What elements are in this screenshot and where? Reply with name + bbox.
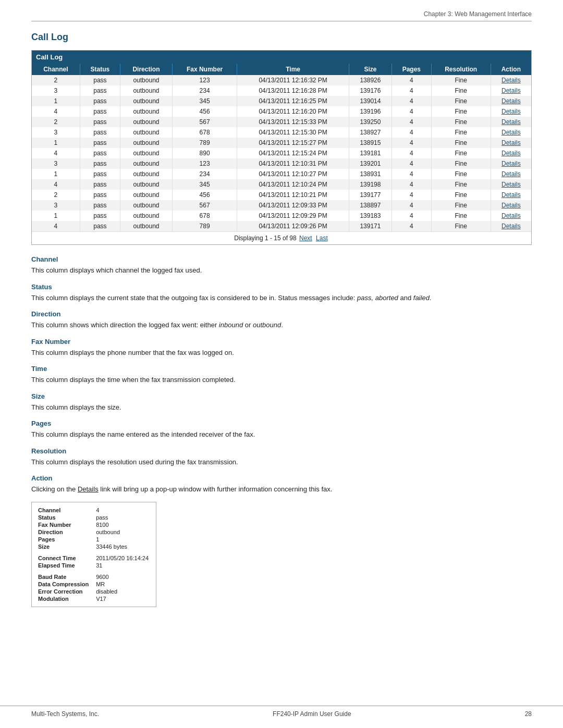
popup-row: Size33446 bytes	[36, 543, 152, 550]
cell-pages: 4	[392, 179, 432, 190]
cell-action[interactable]: Details	[491, 211, 531, 221]
cell-channel: 3	[32, 158, 80, 169]
calllog-box: Call Log Channel Status Direction Fax Nu…	[31, 50, 532, 245]
status-text-end: .	[430, 294, 432, 302]
details-link[interactable]: Details	[501, 77, 521, 84]
popup-label: Size	[36, 543, 94, 550]
cell-size: 139181	[349, 148, 391, 158]
last-link[interactable]: Last	[316, 235, 328, 242]
action-details-link[interactable]: Details	[78, 485, 99, 493]
cell-time: 04/13/2011 12:10:27 PM	[237, 169, 349, 179]
direction-title: Direction	[31, 310, 532, 318]
details-link[interactable]: Details	[501, 223, 521, 230]
cell-action[interactable]: Details	[491, 138, 531, 148]
details-link[interactable]: Details	[501, 129, 521, 136]
details-link[interactable]: Details	[501, 170, 521, 178]
direction-text-middle: or	[243, 321, 253, 329]
details-link[interactable]: Details	[501, 160, 521, 167]
cell-time: 04/13/2011 12:09:29 PM	[237, 211, 349, 221]
cell-size: 139201	[349, 158, 391, 169]
popup-value: 2011/05/20 16:14:24	[94, 554, 152, 562]
col-fax-number: Fax Number	[172, 64, 237, 75]
popup-row: Elapsed Time31	[36, 562, 152, 569]
cell-action[interactable]: Details	[491, 106, 531, 117]
status-description: Status This column displays the current …	[31, 283, 532, 303]
cell-status: pass	[80, 117, 120, 127]
popup-table: Channel4StatuspassFax Number8100Directio…	[36, 507, 152, 602]
cell-fax-number: 123	[172, 158, 237, 169]
cell-resolution: Fine	[431, 138, 491, 148]
next-link[interactable]: Next	[299, 235, 312, 242]
cell-action[interactable]: Details	[491, 75, 531, 85]
details-link[interactable]: Details	[501, 108, 521, 115]
popup-label: Modulation	[36, 595, 94, 602]
cell-size: 139176	[349, 85, 391, 96]
cell-time: 04/13/2011 12:16:32 PM	[237, 75, 349, 85]
size-description: Size This column displays the size.	[31, 392, 532, 413]
cell-direction: outbound	[120, 85, 173, 96]
table-row: 2passoutbound56704/13/2011 12:15:33 PM13…	[32, 117, 531, 127]
details-link[interactable]: Details	[501, 181, 521, 188]
cell-channel: 4	[32, 179, 80, 190]
cell-size: 138897	[349, 200, 391, 211]
page-wrapper: Chapter 3: Web Management Interface Call…	[0, 0, 563, 728]
cell-action[interactable]: Details	[491, 200, 531, 211]
popup-value: 8100	[94, 521, 152, 528]
cell-action[interactable]: Details	[491, 127, 531, 138]
popup-value: disabled	[94, 588, 152, 595]
cell-action[interactable]: Details	[491, 190, 531, 200]
cell-fax-number: 345	[172, 96, 237, 106]
status-text-after: and	[398, 294, 413, 302]
details-link[interactable]: Details	[501, 191, 521, 199]
cell-direction: outbound	[120, 148, 173, 158]
cell-action[interactable]: Details	[491, 221, 531, 231]
table-row: 2passoutbound45604/13/2011 12:10:21 PM13…	[32, 190, 531, 200]
cell-channel: 4	[32, 106, 80, 117]
details-link[interactable]: Details	[501, 150, 521, 157]
cell-resolution: Fine	[431, 127, 491, 138]
direction-text-before: This column shows which direction the lo…	[31, 321, 219, 329]
cell-channel: 1	[32, 96, 80, 106]
cell-time: 04/13/2011 12:16:25 PM	[237, 96, 349, 106]
cell-size: 139014	[349, 96, 391, 106]
cell-channel: 1	[32, 138, 80, 148]
cell-pages: 4	[392, 127, 432, 138]
details-link[interactable]: Details	[501, 139, 521, 146]
pages-title: Pages	[31, 419, 532, 427]
table-row: 1passoutbound23404/13/2011 12:10:27 PM13…	[32, 169, 531, 179]
table-row: 4passoutbound45604/13/2011 12:16:20 PM13…	[32, 106, 531, 117]
cell-size: 139196	[349, 106, 391, 117]
popup-divider-row	[36, 569, 152, 573]
cell-size: 138915	[349, 138, 391, 148]
resolution-title: Resolution	[31, 447, 532, 455]
action-text-after: link will bring up a pop-up window with …	[99, 485, 333, 493]
cell-channel: 2	[32, 75, 80, 85]
cell-direction: outbound	[120, 179, 173, 190]
cell-action[interactable]: Details	[491, 117, 531, 127]
cell-action[interactable]: Details	[491, 158, 531, 169]
details-link[interactable]: Details	[501, 87, 521, 94]
cell-action[interactable]: Details	[491, 148, 531, 158]
cell-pages: 4	[392, 117, 432, 127]
details-link[interactable]: Details	[501, 202, 521, 209]
cell-action[interactable]: Details	[491, 96, 531, 106]
status-title: Status	[31, 283, 532, 291]
table-row: 4passoutbound34504/13/2011 12:10:24 PM13…	[32, 179, 531, 190]
time-title: Time	[31, 365, 532, 373]
status-italic2: failed	[413, 294, 430, 302]
cell-resolution: Fine	[431, 158, 491, 169]
cell-action[interactable]: Details	[491, 169, 531, 179]
status-italic: pass, aborted	[357, 294, 398, 302]
details-link[interactable]: Details	[501, 212, 521, 219]
cell-direction: outbound	[120, 158, 173, 169]
details-link[interactable]: Details	[501, 97, 521, 105]
col-channel: Channel	[32, 64, 80, 75]
popup-label: Elapsed Time	[36, 562, 94, 569]
action-text-before: Clicking on the	[31, 485, 78, 493]
cell-action[interactable]: Details	[491, 85, 531, 96]
cell-resolution: Fine	[431, 169, 491, 179]
popup-value: 9600	[94, 573, 152, 581]
cell-resolution: Fine	[431, 75, 491, 85]
cell-action[interactable]: Details	[491, 179, 531, 190]
details-link[interactable]: Details	[501, 118, 521, 126]
